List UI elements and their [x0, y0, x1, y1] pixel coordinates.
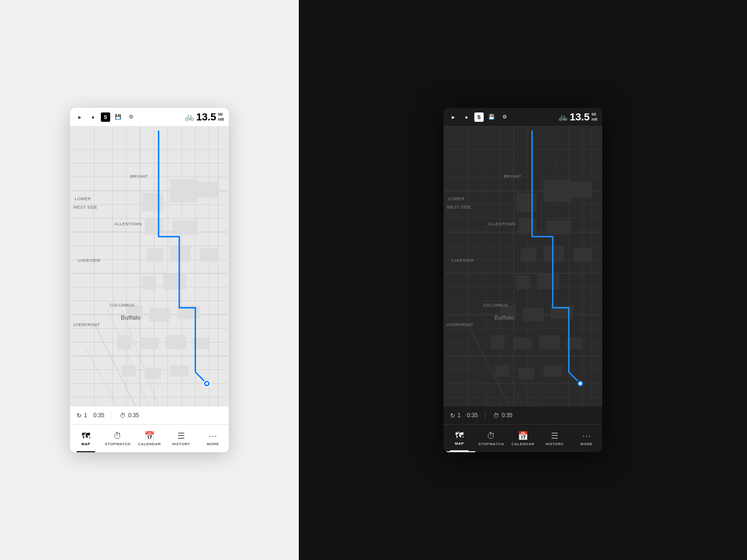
svg-rect-109 [543, 365, 562, 377]
nav-map-dark[interactable]: 🗺 MAP [444, 425, 475, 452]
svg-rect-49 [165, 336, 186, 350]
bottom-nav-light: 🗺 MAP ⏱ STOPWATCH 📅 CALENDAR ☰ HISTORY ⋯… [70, 424, 229, 452]
map-area-light: LOWER WEST SIDE BRYANT ALLENTOWN LAKEVIE… [70, 126, 229, 406]
speed-display-dark: 🚲 13.5 MI HR [558, 112, 598, 122]
lap-icon-dark: ↻ [450, 412, 455, 419]
history-icon-dark: ☰ [551, 431, 558, 441]
speed-unit: MI HR [218, 112, 224, 122]
svg-rect-37 [145, 218, 163, 234]
nav-stopwatch[interactable]: ⏱ STOPWATCH [102, 425, 134, 452]
svg-rect-39 [147, 248, 163, 262]
lap-stat-dark: ↻ 1 0:35 [450, 412, 478, 419]
svg-rect-98 [516, 276, 530, 290]
map-area-dark: LOWER WEST SIDE BRYANT ALLENTOWN LAKEVIE… [444, 126, 602, 406]
bike-icon-dark: 🚲 [558, 112, 568, 121]
svg-rect-52 [145, 367, 161, 379]
toolbar-icons: ► ● S 💾 ⚙ [75, 112, 136, 122]
calendar-icon: 📅 [144, 431, 155, 441]
time-stat-dark: ⏱ 0:35 [493, 412, 512, 419]
svg-rect-108 [518, 367, 534, 379]
bike-icon: 🚲 [185, 112, 194, 121]
stats-bar-dark: ↻ 1 0:35 ⏱ 0:35 [444, 406, 602, 424]
svg-rect-53 [170, 365, 188, 377]
svg-rect-99 [537, 273, 560, 289]
svg-rect-34 [142, 193, 163, 211]
fire-icon-dark[interactable]: ● [461, 112, 472, 122]
svg-rect-42 [142, 276, 156, 290]
svg-rect-51 [122, 365, 136, 377]
svg-rect-90 [516, 193, 536, 211]
speed-value: 13.5 [196, 112, 216, 122]
svg-rect-94 [546, 221, 571, 235]
lap-count-dark: 1 [458, 412, 461, 419]
svg-rect-40 [170, 246, 190, 262]
svg-rect-104 [514, 337, 532, 349]
save-icon-dark[interactable]: 💾 [486, 112, 497, 122]
svg-point-111 [579, 382, 582, 385]
stats-bar-light: ↻ 1 0:35 ⏱ 0:35 [70, 406, 229, 424]
navigation-icon-dark[interactable]: ► [448, 112, 458, 122]
svg-rect-43 [163, 273, 186, 289]
phone-dark: ► ● S 💾 ⚙ 🚲 13.5 MI HR [444, 108, 602, 452]
speed-value-dark: 13.5 [570, 112, 590, 122]
nav-calendar-label: CALENDAR [138, 442, 161, 446]
total-time-dark: 0:35 [501, 412, 512, 419]
phone-light: ► ● S 💾 ⚙ 🚲 13.5 MI HR [70, 108, 229, 452]
clock-icon: ⏱ [120, 412, 126, 419]
strava-icon-dark[interactable]: S [474, 112, 484, 122]
stopwatch-icon: ⏱ [113, 431, 122, 441]
svg-rect-44 [127, 306, 142, 320]
lap-stat: ↻ 1 0:35 [77, 412, 104, 419]
speed-unit-dark: MI HR [592, 112, 598, 122]
nav-calendar-dark[interactable]: 📅 CALENDAR [507, 425, 539, 452]
svg-point-55 [205, 382, 208, 385]
lap-time: 0:35 [93, 412, 104, 419]
toolbar-icons-dark: ► ● S 💾 ⚙ [448, 112, 510, 122]
lap-time-dark: 0:35 [467, 412, 478, 419]
nav-history[interactable]: ☰ HISTORY [165, 425, 197, 452]
save-icon[interactable]: 💾 [113, 112, 123, 122]
history-icon: ☰ [177, 431, 185, 441]
total-time: 0:35 [128, 412, 139, 419]
svg-rect-96 [543, 246, 564, 262]
stat-divider [112, 412, 112, 419]
map-svg-light [70, 126, 229, 406]
settings-icon[interactable]: ⚙ [126, 112, 136, 122]
calendar-icon-dark: 📅 [518, 431, 528, 441]
lap-count: 1 [84, 412, 87, 419]
fire-icon[interactable]: ● [88, 112, 98, 122]
time-stat: ⏱ 0:35 [120, 412, 139, 419]
settings-icon-dark[interactable]: ⚙ [500, 112, 510, 122]
svg-rect-107 [495, 365, 509, 377]
nav-history-label-dark: HISTORY [546, 442, 564, 446]
nav-map-label: MAP [81, 442, 90, 446]
bottom-nav-dark: 🗺 MAP ⏱ STOPWATCH 📅 CALENDAR ☰ HISTORY ⋯… [444, 424, 602, 452]
svg-rect-91 [543, 179, 571, 202]
map-svg-dark [444, 126, 602, 406]
map-icon: 🗺 [82, 431, 90, 441]
top-bar-dark: ► ● S 💾 ⚙ 🚲 13.5 MI HR [444, 108, 602, 126]
svg-rect-105 [539, 336, 559, 350]
stopwatch-icon-dark: ⏱ [487, 431, 495, 441]
svg-rect-36 [195, 182, 218, 197]
nav-more[interactable]: ⋯ MORE [197, 425, 229, 452]
nav-history-dark[interactable]: ☰ HISTORY [539, 425, 571, 452]
strava-icon[interactable]: S [101, 112, 110, 122]
nav-more-label: MORE [207, 442, 219, 446]
nav-stopwatch-label-dark: STOPWATCH [479, 442, 504, 446]
more-icon-dark: ⋯ [582, 431, 591, 441]
svg-rect-97 [573, 248, 592, 262]
svg-rect-103 [491, 336, 505, 350]
nav-map[interactable]: 🗺 MAP [70, 425, 102, 452]
nav-more-dark[interactable]: ⋯ MORE [571, 425, 602, 452]
svg-rect-45 [149, 308, 170, 322]
svg-rect-92 [569, 182, 592, 197]
nav-stopwatch-dark[interactable]: ⏱ STOPWATCH [475, 425, 507, 452]
left-panel: ► ● S 💾 ⚙ 🚲 13.5 MI HR [0, 0, 299, 560]
nav-calendar[interactable]: 📅 CALENDAR [134, 425, 165, 452]
svg-rect-41 [200, 248, 218, 262]
nav-calendar-label-dark: CALENDAR [512, 442, 535, 446]
clock-icon-dark: ⏱ [493, 412, 499, 419]
right-panel: ► ● S 💾 ⚙ 🚲 13.5 MI HR [299, 0, 747, 560]
navigation-icon[interactable]: ► [75, 112, 85, 122]
